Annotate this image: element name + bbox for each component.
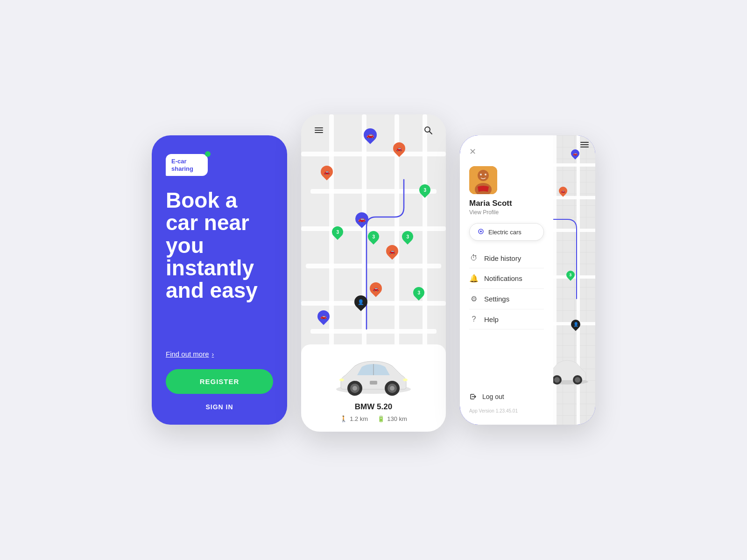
- svg-point-17: [575, 377, 580, 383]
- menu-item-ride-history[interactable]: ⏱ Ride history: [469, 248, 544, 268]
- logout-label: Log out: [482, 393, 504, 400]
- settings-icon: ⚙: [469, 294, 479, 303]
- pin-car-orange-4: 🚗: [370, 282, 382, 294]
- svg-point-11: [339, 378, 344, 381]
- svg-line-1: [430, 132, 432, 134]
- sign-in-link[interactable]: SIGN IN: [166, 403, 273, 411]
- menu-item-help[interactable]: ? Help: [469, 309, 544, 329]
- svg-point-9: [390, 386, 395, 391]
- avatar-image: [469, 166, 497, 194]
- logo-text: E-carsharing: [171, 158, 202, 172]
- phones-container: E-carsharing Book a car near you instant…: [152, 128, 595, 432]
- settings-label: Settings: [484, 295, 509, 303]
- help-label: Help: [484, 315, 499, 323]
- car-name: BMW 5.20: [355, 402, 392, 412]
- phone-menu: 🚗 🚗 3 👤: [460, 135, 595, 425]
- ride-history-label: Ride history: [484, 254, 521, 262]
- logout-icon: [469, 392, 478, 401]
- pin-car-blue-3: 🚗: [317, 310, 330, 322]
- electric-cars-button[interactable]: Electric cars: [469, 223, 544, 241]
- svg-point-22: [485, 174, 486, 175]
- mini-pin-blue: 🚗: [571, 149, 579, 158]
- avatar: [469, 166, 497, 194]
- menu-panel: ✕: [460, 135, 553, 425]
- mini-pin-user: 👤: [571, 320, 580, 329]
- pin-green-1: 3: [419, 184, 430, 196]
- svg-point-15: [554, 377, 560, 383]
- search-icon: [423, 126, 433, 135]
- mini-hamburger-icon[interactable]: [580, 142, 589, 147]
- svg-rect-12: [370, 381, 377, 385]
- pin-green-2: 3: [332, 226, 343, 238]
- ride-history-icon: ⏱: [469, 254, 479, 262]
- register-button[interactable]: REGISTER: [166, 369, 273, 394]
- hero-title: Book a car near you instantly and easy: [166, 189, 273, 350]
- menu-item-settings[interactable]: ⚙ Settings: [469, 289, 544, 309]
- pin-green-5: 3: [413, 287, 424, 298]
- notifications-icon: 🔔: [469, 274, 479, 283]
- svg-point-10: [403, 378, 408, 381]
- car-image: [327, 352, 420, 399]
- chevron-right-icon: ›: [212, 350, 214, 358]
- menu-button[interactable]: [310, 122, 327, 139]
- pin-car-orange-2: 🚗: [321, 166, 333, 178]
- logout-button[interactable]: Log out: [469, 388, 544, 406]
- find-out-more-link[interactable]: Find out more ›: [166, 350, 273, 358]
- menu-item-notifications[interactable]: 🔔 Notifications: [469, 268, 544, 289]
- car-stats: 🚶 1.2 km 🔋 130 km: [340, 415, 407, 422]
- user-name: Maria Scott: [469, 199, 544, 208]
- search-button[interactable]: [420, 122, 437, 139]
- pin-user-location: 👤: [354, 295, 367, 308]
- mini-map-header: [580, 142, 589, 147]
- mini-pin-green: 3: [566, 271, 575, 279]
- svg-point-24: [480, 231, 482, 232]
- help-icon: ?: [469, 315, 479, 323]
- battery-icon: 🔋: [377, 415, 385, 422]
- svg-point-19: [478, 170, 489, 181]
- notifications-label: Notifications: [484, 274, 522, 282]
- view-profile-link[interactable]: View Profile: [469, 209, 544, 216]
- bmw-car-svg: [327, 352, 420, 396]
- pin-car-blue-2: 🚗: [355, 212, 368, 225]
- range-stat: 🔋 130 km: [377, 415, 407, 422]
- mini-pin-orange: 🚗: [559, 187, 567, 195]
- app-version: App Version 1.23.45.01: [469, 408, 544, 413]
- map-header: [301, 114, 446, 146]
- close-button[interactable]: ✕: [469, 147, 544, 157]
- avatar-svg: [469, 166, 497, 194]
- pin-green-4: 3: [402, 231, 413, 242]
- pin-car-orange-3: 🚗: [386, 245, 398, 257]
- car-card: BMW 5.20 🚶 1.2 km 🔋 130 km: [301, 344, 446, 432]
- svg-point-21: [480, 174, 482, 175]
- logo-badge: E-carsharing: [166, 154, 208, 176]
- walk-icon: 🚶: [340, 415, 347, 422]
- pin-green-3: 3: [368, 231, 379, 242]
- location-icon: [477, 228, 485, 236]
- svg-point-6: [352, 386, 357, 391]
- phone-landing: E-carsharing Book a car near you instant…: [152, 135, 287, 425]
- hamburger-icon: [315, 127, 323, 133]
- walk-distance: 🚶 1.2 km: [340, 415, 368, 422]
- phone-map: 🚗 🚗 🚗 🚗: [301, 114, 446, 432]
